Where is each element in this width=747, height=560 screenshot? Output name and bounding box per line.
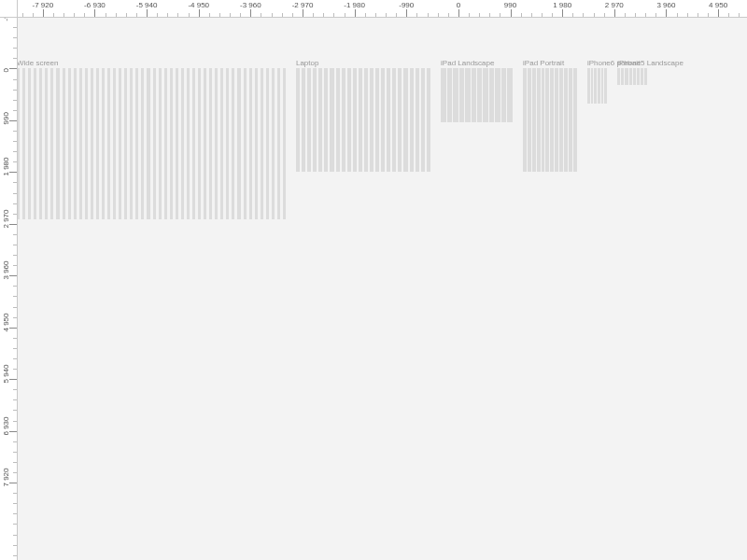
canvas-area[interactable]: Wide screenLaptopiPad LandscapeiPad Port…	[17, 17, 747, 560]
device-grid-columns	[587, 68, 607, 103]
ruler-h-label: -7 920	[32, 1, 53, 9]
device-label: Wide screen	[17, 59, 58, 67]
ruler-h-label: 3 960	[656, 1, 675, 9]
ruler-h-label: 4 950	[709, 1, 727, 9]
device-grid-columns	[17, 68, 286, 218]
ruler-h-label: 0	[457, 1, 460, 9]
ruler-corner	[0, 0, 18, 18]
ruler-v-label: 6 930	[2, 416, 10, 435]
ruler-h-label: -3 960	[240, 1, 261, 9]
device-frame[interactable]: iPad Landscape	[441, 68, 513, 121]
device-frame[interactable]: iPad Portrait	[523, 68, 577, 172]
ruler-h-label: -6 930	[84, 1, 106, 9]
ruler-v-label: 3 960	[2, 261, 10, 280]
ruler-v-label: 4 950	[2, 313, 10, 331]
device-label: iPhone5 Landscape	[617, 59, 684, 67]
ruler-v-label: 1 980	[2, 158, 10, 176]
device-label: iPad Portrait	[523, 59, 564, 67]
ruler-h-label: -5 940	[136, 1, 158, 9]
device-label: Laptop	[296, 59, 318, 67]
ruler-v-label: 7 920	[2, 469, 10, 487]
ruler-h-label: 2 970	[605, 1, 624, 9]
ruler-h-label: -2 970	[292, 1, 314, 9]
device-grid-columns	[523, 68, 577, 172]
device-grid-columns	[296, 68, 430, 172]
ruler-vertical: -99009901 9802 9703 9604 9505 9406 9307 …	[0, 17, 18, 560]
ruler-v-label: 5 940	[2, 365, 10, 384]
device-frame[interactable]: iPhone6 portrait	[587, 68, 607, 103]
ruler-h-label: -4 950	[188, 1, 209, 9]
device-label: iPad Landscape	[441, 59, 494, 67]
device-frame[interactable]: Wide screen	[17, 68, 286, 218]
ruler-h-label: 990	[504, 1, 516, 9]
ruler-horizontal: -7 920-6 930-5 940-4 950-3 960-2 970-1 9…	[17, 0, 747, 18]
ruler-h-label: -1 980	[344, 1, 365, 9]
ruler-h-label: 1 980	[553, 1, 571, 9]
ruler-v-label: 2 970	[2, 209, 10, 228]
ruler-v-label: 0	[2, 69, 10, 73]
design-canvas-viewport[interactable]: -7 920-6 930-5 940-4 950-3 960-2 970-1 9…	[0, 0, 747, 560]
ruler-h-label: -990	[399, 1, 414, 9]
device-frame[interactable]: iPhone5 Landscape	[617, 68, 647, 85]
ruler-v-label: 990	[2, 112, 10, 124]
device-frame[interactable]: Laptop	[296, 68, 430, 172]
device-grid-columns	[617, 68, 647, 85]
device-grid-columns	[441, 68, 513, 121]
